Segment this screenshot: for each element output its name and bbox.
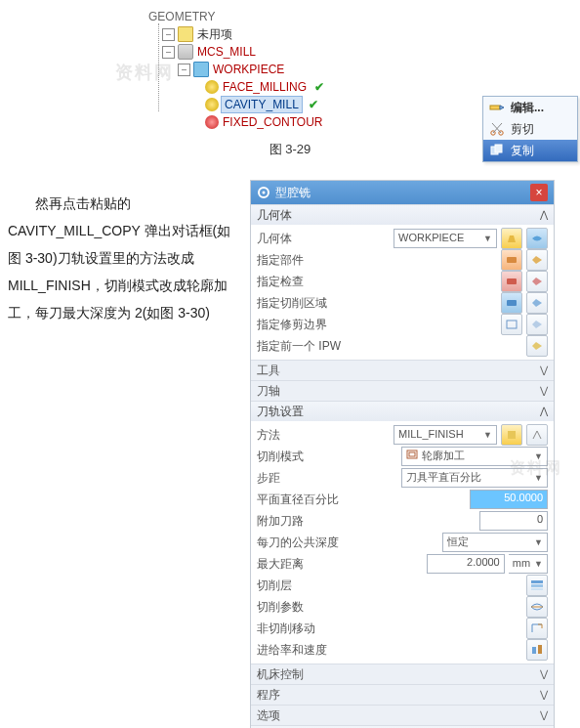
svg-rect-7 [507,321,517,328]
ctx-copy[interactable]: 复制 [483,140,577,161]
ctx-cut[interactable]: 剪切 [483,118,577,140]
chevron-down-icon: ▼ [483,429,492,442]
field-label: 步距 [257,470,397,487]
part-show-button[interactable] [526,249,548,271]
op-icon [205,98,219,111]
tree-item-unused[interactable]: – 未用项 [162,25,434,43]
tree-label: FIXED_CONTOUR [221,114,324,131]
section-axis[interactable]: 刀轴⋁ [251,380,554,401]
ctx-edit[interactable]: 编辑... [483,97,577,118]
tree-item-cavitymill[interactable]: CAVITY_MILL ✔ [205,96,434,113]
section-title: 选项 [257,707,280,724]
field-label: 附加刀路 [257,513,476,530]
stepover-select[interactable]: 刀具平直百分比▼ [401,468,548,488]
check-show-button[interactable] [526,271,548,292]
row-cutarea: 指定切削区域 [257,292,548,314]
maxdist-input[interactable]: 2.0000 [427,554,505,574]
field-label: 切削参数 [257,599,522,616]
trim-select-button[interactable] [501,314,522,335]
tree-item-facemill[interactable]: FACE_MILLING ✔ [205,78,434,96]
section-geometry: 几何体⋀ 几何体 WORKPIECE▼ 指定部件 指定检查 指定切削区域 指定修… [251,204,554,360]
toggle-icon[interactable]: – [162,28,175,41]
cutarea-select-button[interactable] [501,292,522,314]
tree-guide [158,23,160,111]
geometry-new-button[interactable] [526,228,548,249]
row-method: 方法 MILL_FINISH▼ [257,424,548,446]
ipw-show-button[interactable] [526,335,548,357]
field-label: 指定切削区域 [257,295,497,312]
publicdepth-select[interactable]: 恒定▼ [442,533,548,552]
part-select-button[interactable] [501,249,522,271]
row-noncut: 非切削移动 [257,618,548,639]
tree-label: FACE_MILLING [221,79,309,96]
noncut-button[interactable] [526,618,548,639]
cutmode-select[interactable]: 轮廓加工▼ [401,447,548,466]
percentdia-input[interactable]: 50.0000 [470,490,548,509]
field-label: 平面直径百分比 [257,492,466,508]
chevron-up-icon: ⋀ [540,405,548,418]
chevron-down-icon: ⋁ [540,667,548,681]
cutlayer-button[interactable] [526,575,548,596]
svg-point-6 [263,192,266,194]
addpass-input[interactable]: 0 [479,511,548,531]
field-label: 指定部件 [257,252,497,269]
toggle-icon[interactable]: – [162,46,175,59]
method-edit-button[interactable] [501,424,522,446]
section-mc[interactable]: 机床控制⋁ [251,664,554,684]
field-label: 非切削移动 [257,621,522,637]
row-part: 指定部件 [257,249,548,271]
maxdist-unit-select[interactable]: mm▼ [509,554,548,574]
section-title: 程序 [257,687,280,704]
section-options[interactable]: 选项⋁ [251,705,554,725]
ctx-label: 剪切 [511,121,534,138]
context-menu: 编辑... 剪切 复制 [482,96,578,162]
select-value: 刀具平直百分比 [406,470,481,485]
section-title: 刀轨设置 [257,404,304,420]
section-tool[interactable]: 工具⋁ [251,360,554,380]
geometry-edit-button[interactable] [501,228,522,249]
chevron-down-icon: ▼ [534,472,543,485]
select-value: 轮廓加工 [422,449,465,463]
field-label: 几何体 [257,231,390,247]
row-geometry-select: 几何体 WORKPIECE▼ [257,228,548,249]
row-trim: 指定修剪边界 [257,314,548,335]
cutparam-button[interactable] [526,596,548,618]
field-label: 指定修剪边界 [257,317,497,333]
tree-label: 未用项 [195,26,234,43]
toggle-icon[interactable]: – [178,64,190,76]
tree-root[interactable]: GEOMETRY [148,8,434,25]
method-new-button[interactable] [526,424,548,446]
trim-show-button[interactable] [526,314,548,335]
row-addpass: 附加刀路 0 [257,510,548,532]
tree-item-workpiece[interactable]: – WORKPIECE [178,61,434,78]
tree-label: WORKPIECE [211,62,286,78]
chevron-down-icon: ▼ [534,558,543,571]
svg-rect-15 [538,645,542,654]
section-header[interactable]: 刀轨设置⋀ [251,402,554,421]
field-label: 每刀的公共深度 [257,535,438,551]
mode-icon [406,449,418,463]
folder-icon [178,26,193,42]
method-select[interactable]: MILL_FINISH▼ [394,425,497,445]
cutarea-show-button[interactable] [526,292,548,314]
close-button[interactable]: × [530,184,548,201]
svg-rect-8 [508,431,516,439]
select-value: 恒定 [447,535,469,549]
tree-item-mcs[interactable]: – MCS_MILL [162,43,434,61]
row-feedspeed: 进给率和速度 [257,639,548,661]
tree-item-fixedcontour[interactable]: FIXED_CONTOUR [205,113,434,131]
svg-rect-14 [532,647,536,654]
feedspeed-button[interactable] [526,639,548,661]
geometry-select[interactable]: WORKPIECE▼ [394,229,497,248]
row-percentdia: 平面直径百分比 50.0000 [257,489,548,510]
dialog-title: 型腔铣 [275,185,311,201]
chevron-down-icon: ⋁ [540,384,548,398]
section-header[interactable]: 几何体⋀ [251,205,554,225]
mcs-icon [178,44,193,60]
ctx-label: 复制 [511,143,534,159]
tree-label-selected: CAVITY_MILL [221,96,303,114]
chevron-down-icon: ▼ [483,233,492,245]
instruction-paragraph: 然再点击粘贴的 CAVITY_MILL_COPY 弹出对话框(如图 3-30)刀… [8,190,232,326]
section-program[interactable]: 程序⋁ [251,684,554,705]
check-select-button[interactable] [501,271,522,292]
